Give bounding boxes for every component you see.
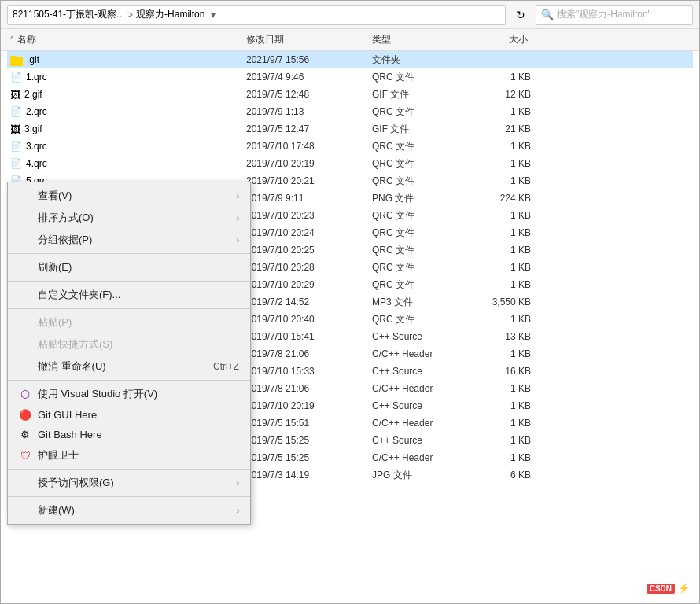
context-menu-separator xyxy=(8,281,250,282)
file-size-cell: 1 KB xyxy=(474,435,537,446)
ctx-item-label-customize: 自定义文件夹(F)... xyxy=(38,288,239,302)
file-type-cell: QRC 文件 xyxy=(372,105,474,119)
ctx-item-label-sort: 排序方式(O) xyxy=(38,211,237,225)
file-size-cell: 1 KB xyxy=(474,141,537,152)
file-type-cell: C/C++ Header xyxy=(372,418,474,429)
file-size-cell: 3,550 KB xyxy=(474,296,537,308)
file-type-cell: C++ Source xyxy=(372,331,474,342)
context-menu-separator xyxy=(8,496,250,497)
file-type-cell: GIF 文件 xyxy=(372,123,474,136)
context-menu-item-access[interactable]: 授予访问权限(G)› xyxy=(8,472,250,494)
file-type-cell: C++ Source xyxy=(372,400,474,411)
table-row[interactable]: 📄3.qrc2019/7/10 17:48QRC 文件1 KB xyxy=(7,138,693,155)
context-menu-item-gitgui[interactable]: 🔴Git GUI Here xyxy=(8,405,250,425)
context-menu-item-sort[interactable]: 排序方式(O)› xyxy=(8,207,250,229)
file-size-cell: 1 KB xyxy=(474,452,537,463)
context-menu-item-undo[interactable]: 撤消 重命名(U)Ctrl+Z xyxy=(8,355,250,378)
file-size-cell: 1 KB xyxy=(474,227,537,238)
ctx-item-label-undo: 撤消 重命名(U) xyxy=(38,359,197,374)
ctx-item-icon-gitgui: 🔴 xyxy=(17,409,33,421)
file-size-cell: 1 KB xyxy=(474,245,537,256)
file-size-cell: 1 KB xyxy=(474,72,537,83)
file-date-cell: 2019/7/5 12:48 xyxy=(246,89,372,100)
col-name-label: 名称 xyxy=(17,33,36,46)
table-row[interactable]: 📄4.qrc2019/7/10 20:19QRC 文件1 KB xyxy=(7,155,693,172)
breadcrumb-dropdown[interactable]: ▾ xyxy=(211,9,216,20)
refresh-button[interactable]: ↻ xyxy=(510,5,531,25)
ctx-item-label-refresh: 刷新(E) xyxy=(38,260,239,274)
file-date-cell: 2019/7/10 17:48 xyxy=(246,141,372,152)
sort-arrow-icon: ^ xyxy=(10,35,14,44)
file-date-cell: 2019/7/8 21:06 xyxy=(246,348,372,359)
ctx-item-label-paste: 粘贴(P) xyxy=(38,315,239,330)
file-type-cell: PNG 文件 xyxy=(372,192,474,205)
ctx-item-label-vs: 使用 Visual Studio 打开(V) xyxy=(38,387,239,401)
ctx-item-label-group: 分组依据(P) xyxy=(38,233,237,247)
submenu-arrow-icon: › xyxy=(237,192,239,201)
file-name-text: 2.qrc xyxy=(26,106,47,117)
context-menu-item-refresh[interactable]: 刷新(E) xyxy=(8,256,250,278)
context-menu-item-gitbash[interactable]: ⚙Git Bash Here xyxy=(8,425,250,444)
file-name-text: 3.gif xyxy=(24,123,42,134)
file-size-cell: 1 KB xyxy=(474,262,537,273)
file-name-cell: 📄1.qrc xyxy=(10,72,246,83)
table-row[interactable]: 🖼3.gif2019/7/5 12:47GIF 文件21 KB xyxy=(7,120,693,138)
file-type-cell: QRC 文件 xyxy=(372,278,474,292)
file-date-cell: 2019/7/4 9:46 xyxy=(246,72,372,83)
file-size-cell: 6 KB xyxy=(474,470,537,481)
table-row[interactable]: 📄2.qrc2019/7/9 1:13QRC 文件1 KB xyxy=(7,103,693,120)
file-size-cell: 1 KB xyxy=(474,348,537,359)
file-type-cell: QRC 文件 xyxy=(372,244,474,257)
file-date-cell: 2019/7/9 1:13 xyxy=(246,106,372,117)
submenu-arrow-icon: › xyxy=(237,214,239,223)
csdn-logo: CSDN xyxy=(647,584,675,594)
context-menu-separator xyxy=(8,380,250,381)
search-box[interactable]: 🔍 搜索"观察力-Hamilton" xyxy=(536,5,693,25)
file-date-cell: 2019/7/5 12:47 xyxy=(246,123,372,134)
col-header-type[interactable]: 类型 xyxy=(369,33,471,46)
context-menu-item-new[interactable]: 新建(W)› xyxy=(8,499,250,521)
file-size-cell: 21 KB xyxy=(474,123,537,134)
file-name-cell: 🖼3.gif xyxy=(10,123,246,135)
file-size-cell: 13 KB xyxy=(474,331,537,342)
context-menu-separator xyxy=(8,469,250,470)
context-menu-item-group[interactable]: 分组依据(P)› xyxy=(8,229,250,251)
file-size-cell: 1 KB xyxy=(474,158,537,169)
col-header-name[interactable]: ^ 名称 xyxy=(7,33,243,46)
file-type-cell: QRC 文件 xyxy=(372,226,474,240)
file-name-text: 4.qrc xyxy=(26,158,47,169)
breadcrumb-part2[interactable]: 观察力-Hamilton xyxy=(136,8,204,21)
file-type-cell: 文件夹 xyxy=(372,53,474,67)
context-menu-item-eyeguard[interactable]: 🛡护眼卫士 xyxy=(8,444,250,466)
breadcrumb-part1[interactable]: 8211505-41-丁振凯-观察... xyxy=(13,8,124,21)
col-header-date[interactable]: 修改日期 xyxy=(243,33,369,46)
table-row[interactable]: 📄1.qrc2019/7/4 9:46QRC 文件1 KB xyxy=(7,68,693,86)
context-menu-item-vs[interactable]: ⬡使用 Visual Studio 打开(V) xyxy=(8,383,250,405)
search-icon: 🔍 xyxy=(541,9,554,20)
context-menu-item-view[interactable]: 查看(V)› xyxy=(8,185,250,207)
file-size-cell: 1 KB xyxy=(474,106,537,117)
ctx-item-label-eyeguard: 护眼卫士 xyxy=(38,448,239,462)
ctx-item-label-access: 授予访问权限(G) xyxy=(38,476,237,490)
submenu-arrow-icon: › xyxy=(237,236,239,245)
file-name-text: .git xyxy=(27,54,39,65)
file-type-cell: QRC 文件 xyxy=(372,157,474,171)
file-size-cell: 224 KB xyxy=(474,193,537,204)
file-size-cell: 1 KB xyxy=(474,314,537,325)
file-date-cell: 2019/7/8 21:06 xyxy=(246,383,372,394)
file-type-cell: C/C++ Header xyxy=(372,383,474,394)
file-name-cell: 📄2.qrc xyxy=(10,106,246,117)
ctx-item-label-pasteshortcut: 粘贴快捷方式(S) xyxy=(38,337,239,352)
col-header-size[interactable]: 大小 xyxy=(471,33,534,46)
context-menu-item-customize[interactable]: 自定义文件夹(F)... xyxy=(8,284,250,306)
file-size-cell: 1 KB xyxy=(474,279,537,290)
file-date-cell: 2019/7/10 20:40 xyxy=(246,314,372,325)
table-row[interactable]: 🖼2.gif2019/7/5 12:48GIF 文件12 KB xyxy=(7,86,693,103)
file-size-cell: 1 KB xyxy=(474,383,537,394)
file-name-text: 1.qrc xyxy=(26,72,47,83)
table-row[interactable]: .git2021/9/7 15:56文件夹 xyxy=(7,51,693,68)
breadcrumb[interactable]: 8211505-41-丁振凯-观察... > 观察力-Hamilton ▾ xyxy=(7,5,506,25)
context-menu-separator xyxy=(8,308,250,309)
ctx-item-label-view: 查看(V) xyxy=(38,189,237,203)
file-date-cell: 2019/7/10 20:28 xyxy=(246,262,372,273)
